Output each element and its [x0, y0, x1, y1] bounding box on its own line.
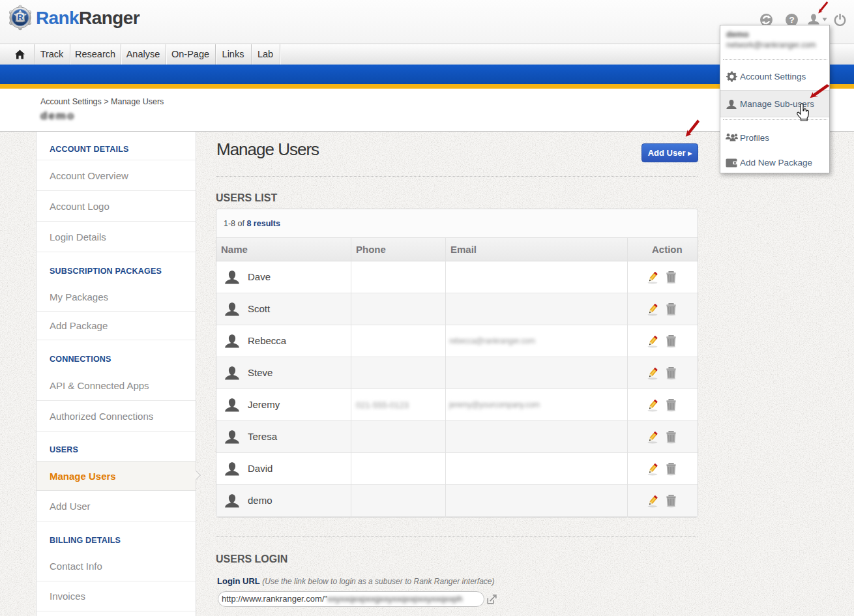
svg-text:?: ?	[789, 15, 794, 25]
svg-text:R: R	[17, 13, 23, 22]
